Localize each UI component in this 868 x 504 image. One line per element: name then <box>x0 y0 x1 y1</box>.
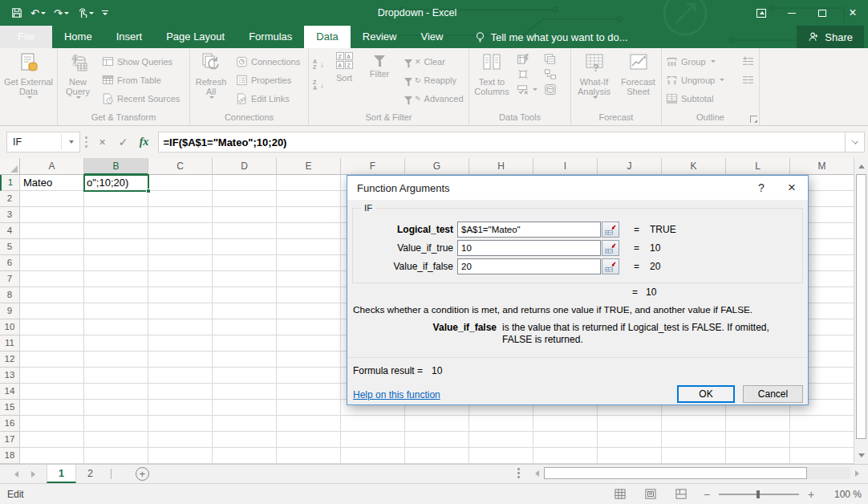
column-header-E[interactable]: E <box>277 158 341 175</box>
value-if-false-input[interactable]: 20 <box>457 258 601 274</box>
ungroup-button[interactable]: Ungroup <box>664 71 739 89</box>
zoom-slider[interactable] <box>719 494 799 495</box>
row-header-12[interactable]: 12 <box>0 352 20 368</box>
recent-sources-button[interactable]: Recent Sources <box>100 89 181 108</box>
next-sheet-button[interactable] <box>31 471 35 478</box>
close-button[interactable]: × <box>838 0 868 26</box>
column-header-G[interactable]: G <box>405 158 469 175</box>
get-external-data-button[interactable]: Get External Data <box>3 50 55 99</box>
zoom-percentage[interactable]: 100 % <box>821 489 862 500</box>
minimize-button[interactable] <box>777 0 807 26</box>
sort-za-button[interactable]: ZA↓ <box>311 75 326 96</box>
zoom-slider-thumb[interactable] <box>756 490 760 498</box>
customize-qat-button[interactable] <box>102 10 108 15</box>
logical-test-input[interactable]: $A$1="Mateo" <box>457 222 601 238</box>
formula-bar-drag-handle[interactable] <box>85 136 87 148</box>
column-header-C[interactable]: C <box>148 158 213 175</box>
reapply-filter-button[interactable]: ↻ Reapply <box>401 71 464 89</box>
fill-handle[interactable] <box>146 189 151 193</box>
tab-insert[interactable]: Insert <box>104 26 155 48</box>
column-header-J[interactable]: J <box>598 158 662 175</box>
row-header-5[interactable]: 5 <box>0 239 20 255</box>
scroll-down-button[interactable] <box>854 449 868 462</box>
tab-data[interactable]: Data <box>304 26 350 48</box>
tab-split-handle[interactable] <box>517 467 520 479</box>
page-break-preview-button[interactable] <box>666 489 696 499</box>
sort-button[interactable]: ZAAZ Sort <box>329 50 359 83</box>
ok-button[interactable]: OK <box>677 385 735 403</box>
from-table-button[interactable]: From Table <box>100 71 181 89</box>
column-header-I[interactable]: I <box>533 158 598 175</box>
undo-button[interactable]: ↶ <box>30 7 46 19</box>
dialog-help-button[interactable]: ? <box>748 176 774 200</box>
save-button[interactable] <box>11 7 22 18</box>
formula-bar-expand-button[interactable] <box>846 132 865 152</box>
enter-entry-button[interactable]: ✓ <box>113 132 134 152</box>
row-header-18[interactable]: 18 <box>0 448 20 464</box>
text-to-columns-button[interactable]: Text to Columns <box>472 50 512 96</box>
sort-az-button[interactable]: AZ↓ <box>311 54 326 75</box>
tab-page-layout[interactable]: Page Layout <box>154 26 237 48</box>
maximize-button[interactable] <box>807 0 838 26</box>
outline-dialog-launcher[interactable] <box>750 116 757 123</box>
relationships-button[interactable] <box>544 68 557 80</box>
dialog-close-button[interactable]: × <box>779 176 805 200</box>
row-header-14[interactable]: 14 <box>0 384 20 400</box>
consolidate-button[interactable] <box>517 68 537 80</box>
horizontal-scrollbar[interactable] <box>517 466 863 480</box>
active-cell-b1[interactable]: o";10;20) <box>83 174 149 192</box>
row-header-8[interactable]: 8 <box>0 287 20 303</box>
name-box[interactable]: IF <box>6 132 80 152</box>
help-on-this-function-link[interactable]: Help on this function <box>353 389 440 400</box>
value-if-false-collapse-button[interactable] <box>602 258 619 274</box>
row-header-3[interactable]: 3 <box>0 207 20 223</box>
tab-home[interactable]: Home <box>52 26 104 48</box>
column-header-D[interactable]: D <box>213 158 277 175</box>
row-header-13[interactable]: 13 <box>0 368 20 384</box>
zoom-out-button[interactable]: − <box>696 488 717 501</box>
row-header-15[interactable]: 15 <box>0 400 20 416</box>
vertical-scroll-thumb[interactable] <box>856 174 866 439</box>
value-if-true-input[interactable]: 10 <box>457 240 601 256</box>
horizontal-scroll-track[interactable] <box>807 467 851 479</box>
insert-function-button[interactable]: fx <box>134 132 155 152</box>
column-header-B[interactable]: B <box>84 158 148 175</box>
row-header-11[interactable]: 11 <box>0 335 20 352</box>
column-header-H[interactable]: H <box>469 158 533 175</box>
zoom-in-button[interactable]: + <box>801 488 821 501</box>
remove-duplicates-button[interactable] <box>544 53 557 65</box>
manage-data-model-button[interactable] <box>544 83 557 96</box>
tell-me-box[interactable]: Tell me what you want to do... <box>476 26 627 48</box>
refresh-all-button[interactable]: Refresh All <box>193 50 229 99</box>
row-header-4[interactable]: 4 <box>0 223 20 239</box>
clear-filter-button[interactable]: ✕ Clear <box>401 52 464 71</box>
flash-fill-button[interactable] <box>517 53 537 65</box>
column-header-L[interactable]: L <box>726 158 790 175</box>
normal-view-button[interactable] <box>605 489 635 499</box>
page-layout-view-button[interactable] <box>635 489 666 499</box>
ribbon-display-options-button[interactable] <box>746 0 777 26</box>
share-button[interactable]: Share <box>797 26 864 48</box>
scroll-right-button[interactable] <box>850 466 863 480</box>
show-detail-button[interactable] <box>740 52 756 71</box>
connections-button[interactable]: Connections <box>234 52 302 71</box>
group-button[interactable]: Group <box>664 52 739 71</box>
dialog-title-bar[interactable]: Function Arguments ? × <box>347 176 808 200</box>
logical-test-collapse-button[interactable] <box>602 222 619 238</box>
previous-sheet-button[interactable] <box>14 471 18 478</box>
cancel-entry-button[interactable]: × <box>92 132 113 152</box>
row-header-16[interactable]: 16 <box>0 416 20 432</box>
scroll-up-button[interactable] <box>854 160 868 173</box>
touch-mode-button[interactable] <box>77 7 94 19</box>
row-header-17[interactable]: 17 <box>0 432 20 448</box>
tab-file[interactable]: File <box>0 26 52 48</box>
formula-input[interactable]: =IF($A$1="Mateo";10;20) <box>158 132 846 152</box>
select-all-corner[interactable] <box>0 158 20 175</box>
sheet-tab-1[interactable]: 1 <box>47 465 76 483</box>
column-header-F[interactable]: F <box>341 158 405 175</box>
what-if-analysis-button[interactable]: ? What-If Analysis <box>574 50 614 99</box>
edit-links-button[interactable]: Edit Links <box>234 89 302 108</box>
data-validation-button[interactable] <box>517 83 537 96</box>
column-header-M[interactable]: M <box>790 158 854 175</box>
row-header-2[interactable]: 2 <box>0 191 20 207</box>
